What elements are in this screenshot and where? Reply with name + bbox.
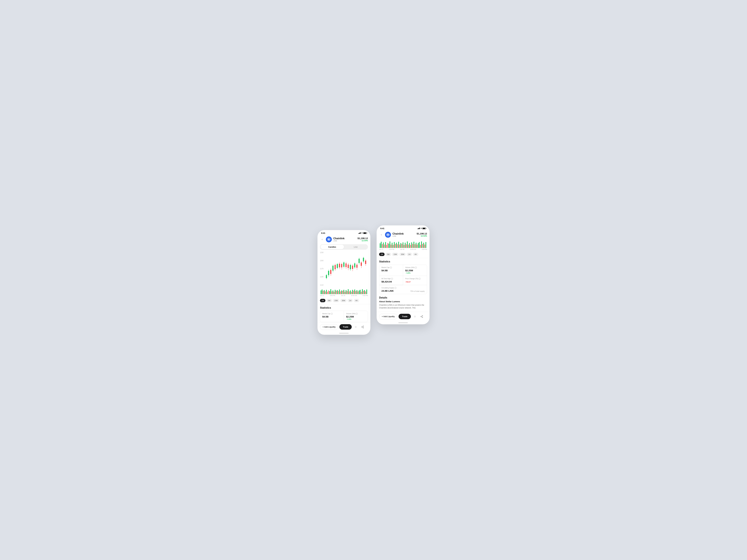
svg-line-136: [421, 317, 422, 317]
svg-rect-129: [422, 244, 423, 248]
tf-1m-left[interactable]: 1M: [320, 299, 326, 302]
svg-line-86: [362, 327, 363, 328]
scroll-indicator-right: [398, 322, 408, 323]
svg-rect-23: [335, 265, 336, 269]
svg-rect-78: [362, 289, 363, 294]
svg-rect-5: [328, 271, 329, 275]
details-title-right: Details: [377, 294, 430, 300]
coin-logo-right: [385, 232, 391, 238]
svg-rect-37: [361, 262, 362, 266]
tf-4h-left[interactable]: 4H: [354, 299, 359, 302]
svg-rect-101: [392, 243, 392, 248]
svg-rect-122: [415, 244, 415, 248]
phone-left: 9:41 ▾ ‹: [317, 230, 370, 335]
back-button-left[interactable]: ‹: [320, 237, 324, 242]
time-right: 9:41: [380, 227, 384, 230]
bottom-bar-left: + Add Liqudity Trade ☆: [317, 322, 370, 333]
coin-price-right: $1,198.12: [417, 232, 427, 235]
svg-rect-13: [350, 265, 351, 269]
add-liquidity-button-left[interactable]: + Add Liqudity: [320, 324, 338, 330]
add-liquidity-button-right[interactable]: + Add Liqudity: [379, 314, 397, 319]
svg-rect-95: [385, 242, 386, 248]
tf-1m-right[interactable]: 1M: [379, 252, 385, 256]
tf-15m-right[interactable]: 15M: [392, 252, 398, 256]
svg-rect-66: [349, 291, 350, 294]
svg-rect-91: [381, 242, 382, 248]
tf-5m-left[interactable]: 5M: [326, 299, 332, 302]
tf-5m-right[interactable]: 5M: [385, 252, 391, 256]
svg-rect-130: [423, 243, 424, 248]
trade-button-left[interactable]: Trade: [339, 324, 352, 330]
svg-line-137: [421, 316, 422, 316]
tf-30m-left[interactable]: 30M: [340, 299, 346, 302]
signal-icon: [358, 232, 361, 234]
svg-rect-93: [383, 242, 384, 248]
scroll-indicator-left: [339, 333, 349, 334]
price-change-cell-right: Price Change (7D) i -%8,57: [403, 276, 427, 285]
svg-rect-124: [417, 244, 417, 248]
ath-info-icon-right: i: [391, 278, 393, 280]
line-tab-left[interactable]: Line: [344, 245, 367, 249]
timeframe-row-left: 1M 5M 15M 30M 1H 4H: [317, 297, 370, 304]
svg-rect-125: [418, 243, 419, 248]
svg-rect-98: [388, 244, 389, 248]
tf-4h-right[interactable]: 4H: [413, 252, 418, 256]
market-cap-cell-right: Market Cap i $4.5B: [379, 265, 403, 276]
svg-rect-76: [360, 290, 361, 294]
svg-rect-81: [365, 291, 366, 294]
share-button-left[interactable]: [360, 324, 365, 330]
coin-ticker-right: LINK: [392, 235, 415, 237]
svg-rect-118: [410, 245, 411, 248]
battery-icon-right: [422, 228, 426, 229]
coin-logo-left: [326, 236, 332, 242]
svg-rect-121: [413, 242, 414, 248]
trade-button-right[interactable]: Trade: [398, 314, 411, 319]
svg-rect-42: [323, 291, 324, 294]
tf-30m-right[interactable]: 30M: [399, 252, 406, 256]
svg-rect-90: [380, 243, 381, 248]
about-text-right: Chainlink (LINK) is an Ethereum token th…: [377, 304, 430, 312]
svg-rect-59: [341, 290, 342, 294]
svg-rect-73: [357, 290, 357, 294]
svg-rect-48: [329, 291, 330, 294]
time-left: 9:41: [321, 232, 325, 234]
candles-tab-left[interactable]: Candles: [320, 245, 344, 249]
favorite-button-right[interactable]: ☆: [412, 314, 418, 319]
svg-rect-110: [402, 244, 402, 248]
market-cap-cell-left: Market Cap i $4.5B: [320, 311, 344, 322]
tf-15m-left[interactable]: 15M: [333, 299, 339, 302]
about-title-right: About Stellar Lumens: [377, 300, 430, 304]
svg-rect-96: [386, 245, 387, 248]
svg-rect-21: [330, 270, 331, 274]
share-button-right[interactable]: [419, 314, 424, 319]
svg-rect-69: [352, 290, 353, 294]
back-button-right[interactable]: ‹: [379, 233, 383, 237]
svg-rect-116: [408, 244, 409, 248]
status-bar-right: 9:41 ▾: [377, 225, 430, 231]
svg-rect-71: [354, 290, 355, 294]
svg-rect-53: [335, 290, 336, 294]
svg-rect-75: [359, 290, 360, 294]
svg-rect-119: [411, 242, 412, 248]
svg-rect-35: [356, 265, 358, 268]
scene: 9:41 ▾ ‹: [311, 216, 436, 344]
svg-rect-82: [366, 290, 367, 294]
svg-rect-61: [343, 290, 344, 294]
svg-rect-65: [348, 289, 349, 294]
svg-rect-115: [407, 241, 408, 248]
coin-ticker-left: LINK: [333, 240, 356, 242]
chart-toggle-left: Candles Line: [320, 244, 368, 250]
svg-rect-49: [330, 289, 331, 294]
tf-1h-right[interactable]: 1H: [407, 252, 412, 256]
tf-1h-left[interactable]: 1H: [347, 299, 353, 302]
svg-rect-15: [354, 263, 355, 267]
svg-rect-57: [339, 290, 340, 294]
stats-grid-right: Market Cap i $4.5B Volume (24h) i $2.25M…: [379, 265, 427, 294]
svg-rect-62: [344, 292, 345, 294]
volume-info-icon: i: [356, 313, 358, 315]
favorite-button-left[interactable]: ☆: [353, 324, 359, 330]
svg-rect-123: [416, 243, 416, 248]
svg-rect-56: [338, 291, 339, 294]
volume-info-icon-right: i: [415, 267, 417, 268]
svg-rect-29: [345, 263, 346, 267]
